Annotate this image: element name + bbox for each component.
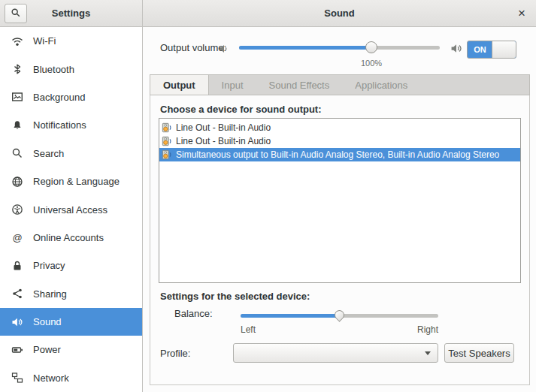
sidebar-item-label: Background [33,92,85,103]
speaker-icon [11,316,23,328]
svg-text:@: @ [12,232,22,243]
balance-left-mark: Left [241,324,256,335]
output-volume-switch[interactable]: ON [467,41,516,59]
tab-applications[interactable]: Applications [342,75,420,95]
test-speakers-button[interactable]: Test Speakers [444,343,514,363]
panel-title: Sound [143,0,536,26]
main-headerbar: Sound × [143,0,536,27]
audio-card-icon [162,149,172,160]
switch-knob[interactable] [492,41,516,58]
sidebar-item-label: Region & Language [33,176,120,187]
output-volume-label: Output volume: [160,42,226,53]
settings-window: Settings Sound × Wi-Fi Bluetooth Backgro… [0,0,536,392]
sidebar-item-region-language[interactable]: Region & Language [0,167,142,195]
network-icon [11,372,23,384]
sidebar-item-universal-access[interactable]: Universal Access [0,195,142,223]
sidebar-item-label: Sharing [33,288,67,300]
volume-high-icon [450,42,463,57]
device-settings-label: Settings for the selected device: [160,291,310,302]
sound-panel: Output volume: 100% ON Output Input Soun… [143,27,536,392]
slider-handle[interactable] [365,41,377,53]
slider-fill [241,314,340,318]
balance-label: Balance: [174,308,213,319]
sidebar-item-label: Network [33,372,69,384]
device-row[interactable]: Line Out - Built-in Audio [159,134,520,148]
sidebar-item-wifi[interactable]: Wi-Fi [0,27,142,55]
device-row-selected[interactable]: Simultaneous output to Built-in Audio An… [159,148,520,161]
wifi-icon [11,35,23,47]
output-device-list: Line Out - Built-in Audio Line Out - Bui… [159,118,521,283]
sidebar-item-label: Search [33,148,64,159]
slider-fill [239,46,371,50]
lock-icon [11,260,23,272]
sidebar-item-label: Sound [33,316,62,327]
settings-window-title: Settings [0,0,142,26]
at-sign-icon: @ [11,231,23,243]
slider-handle[interactable] [332,308,346,321]
output-volume-slider[interactable] [239,41,440,53]
tab-output[interactable]: Output [150,75,209,95]
profile-dropdown[interactable] [233,343,438,363]
sidebar-item-search[interactable]: Search [0,140,142,167]
bluetooth-icon [11,63,23,75]
tab-sound-effects[interactable]: Sound Effects [256,75,343,95]
device-name: Line Out - Built-in Audio [176,136,271,146]
universal-access-icon [11,204,23,216]
sidebar: Wi-Fi Bluetooth Background Notifications… [0,27,143,392]
sidebar-item-sound[interactable]: Sound [0,308,142,336]
balance-right-mark: Right [417,324,438,335]
switch-on-label: ON [468,41,492,58]
sidebar-item-label: Power [33,344,61,355]
sidebar-item-network[interactable]: Network [0,364,142,392]
search-icon [11,147,23,159]
sidebar-item-power[interactable]: Power [0,336,142,363]
sidebar-item-sharing[interactable]: Sharing [0,280,142,308]
sidebar-item-label: Privacy [33,260,65,271]
share-icon [11,288,23,300]
audio-card-icon [162,136,172,146]
profile-label: Profile: [160,348,190,359]
volume-percent-label: 100% [344,59,398,68]
battery-icon [11,344,23,356]
balance-marks: Left Right [241,324,438,335]
device-name: Line Out - Built-in Audio [176,122,271,133]
choose-device-label: Choose a device for sound output: [160,104,322,115]
balance-slider[interactable] [241,309,438,321]
sidebar-item-notifications[interactable]: Notifications [0,111,142,139]
sidebar-item-label: Notifications [33,119,86,131]
close-button[interactable]: × [512,4,531,23]
sidebar-item-label: Universal Access [33,204,108,216]
audio-card-icon [162,122,172,133]
sidebar-item-label: Online Accounts [33,232,104,243]
tab-input[interactable]: Input [209,75,256,95]
sidebar-headerbar: Settings [0,0,143,27]
sidebar-item-online-accounts[interactable]: @ Online Accounts [0,224,142,252]
globe-icon [11,176,23,188]
sidebar-item-background[interactable]: Background [0,83,142,111]
sound-notebook: Output Input Sound Effects Applications … [150,74,530,385]
notifications-icon [11,119,23,131]
sidebar-item-bluetooth[interactable]: Bluetooth [0,55,142,83]
device-row[interactable]: Line Out - Built-in Audio [159,121,520,134]
background-icon [11,91,23,103]
sidebar-item-label: Bluetooth [33,64,74,75]
sidebar-item-label: Wi-Fi [33,35,56,47]
chevron-down-icon [425,351,431,355]
output-tab-page: Choose a device for sound output: Line O… [150,95,530,385]
sidebar-item-privacy[interactable]: Privacy [0,252,142,279]
tab-bar: Output Input Sound Effects Applications [150,74,530,95]
volume-low-icon [218,43,230,57]
device-name: Simultaneous output to Built-in Audio An… [176,149,499,160]
